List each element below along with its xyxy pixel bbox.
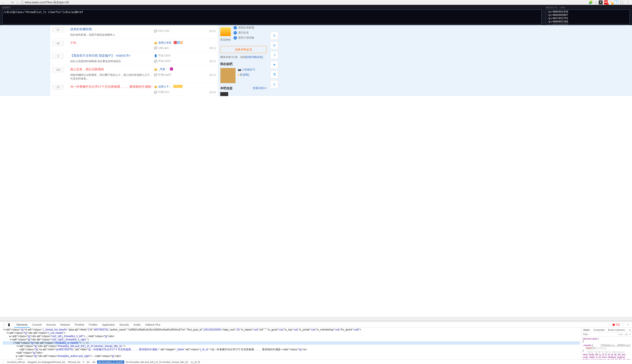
result-item[interactable]: /p/4884069807: [547, 14, 628, 17]
feature-item: 签到六倍经验: [234, 35, 254, 40]
result-item[interactable]: /p/4880802386: [547, 20, 628, 23]
crown-label: 皇冠身份: [220, 38, 231, 42]
thread-author[interactable]: _琴夏丶: [158, 68, 168, 71]
user-name-link[interactable]: 小布很生气: [242, 68, 255, 71]
xpath-query-overlay: QUERY RESULTS (49) /p/4884462436/p/48840…: [0, 5, 632, 25]
reply-count: 146: [53, 68, 64, 72]
last-replier[interactable]: 可爱大白i: [158, 90, 169, 94]
thread-row: 52 进来的有糖吃哦 我有迷药和酒，你跟不跟我走镇楼本人 💬520小武216:1…: [50, 25, 218, 39]
thread-author[interactable]: 芊妹儿924: [158, 54, 171, 58]
result-item[interactable]: /p/4884462436: [547, 10, 628, 14]
user-avatar[interactable]: [220, 68, 236, 83]
thread-row: 46 十年。 👑潇洒少爷星 💬185Liant...16:11: [50, 39, 218, 52]
results-list[interactable]: /p/4884462436/p/4884069807/p/4857855791/…: [546, 10, 630, 24]
thread-row: 25 当一对青梅竹马分开17个月后再相遇。。。看得我内牛满面~ 👑如墨公子...…: [50, 83, 218, 96]
result-item[interactable]: /p/4857855791: [547, 17, 628, 20]
bar-info-section: 本吧信息 查看详情>>: [220, 86, 267, 90]
float-action-button[interactable]: ∧: [270, 80, 278, 88]
thread-title[interactable]: 十年。: [70, 41, 154, 45]
thread-title[interactable]: 真心交友，想认识新朋友: [70, 68, 154, 72]
bar-avatar: [220, 92, 228, 96]
thread-time: 16:11: [209, 46, 216, 50]
right-sidebar: 皇冠身份 发贴红色标题显示红名签到六倍经验 兑换本吧会员 赠送补签卡1张，获得[…: [218, 25, 269, 96]
thread-time: 16:11: [209, 60, 216, 63]
my-tieba-section: 我在贴吧: [220, 62, 267, 66]
last-replier[interactable]: 芊妹儿924: [158, 59, 171, 63]
thread-author[interactable]: 如墨公子...: [158, 85, 171, 88]
address-bar[interactable]: i tieba.baidu.com/f?kw=美女&pn=50: [21, 0, 587, 4]
last-replier[interactable]: 坠落angel7: [158, 73, 171, 77]
reply-count: 0: [53, 54, 64, 58]
coin-icon: ●: [238, 73, 240, 76]
ext-abp-icon[interactable]: ABP1: [604, 0, 608, 4]
feature-item: 发贴红色标题: [234, 25, 254, 30]
result-item[interactable]: /p/4884460057: [547, 23, 628, 24]
bookmark-star-icon[interactable]: ☆: [594, 0, 597, 4]
thread-title[interactable]: 进来的有糖吃哦: [70, 27, 154, 31]
ext-q-icon[interactable]: Q2: [609, 0, 613, 4]
float-action-button[interactable]: ⟳: [270, 42, 278, 49]
reply-count: 52: [53, 27, 64, 32]
thread-time: 16:11: [209, 30, 216, 32]
query-input[interactable]: [2, 10, 542, 24]
browser-menu-icon[interactable]: ⋮: [625, 0, 631, 4]
thread-list: 52 进来的有糖吃哦 我有迷药和酒，你跟不跟我走镇楼本人 💬520小武216:1…: [50, 25, 218, 96]
puzzle-icon[interactable]: 🧩: [588, 0, 593, 4]
thread-row: 0 【我发照片没有ID照 我是骗子】#你的名字# 别在心情差的时候喝酒 别在要走…: [50, 52, 218, 65]
thread-row: 146 真心交友，想认识新朋友 96妹纸懒得认识新朋友，所以圈子就这么小，真心的…: [50, 65, 218, 83]
last-replier[interactable]: 185Liant...: [158, 46, 171, 50]
results-label: RESULTS (49): [546, 6, 630, 9]
float-action-button[interactable]: ✎: [270, 32, 278, 40]
get-link[interactable]: [获取]: [243, 73, 249, 76]
gift-link[interactable]: [经验书购买权]: [246, 56, 263, 58]
back-button[interactable]: ←: [1, 1, 5, 4]
home-button[interactable]: ⌂: [16, 1, 19, 4]
thread-title[interactable]: 当一对青梅竹马分开17个月后再相遇。。。看得我内牛满面~: [70, 85, 154, 89]
thread-time: 16:11: [209, 73, 216, 76]
thread-author[interactable]: 潇洒少爷星: [158, 41, 171, 45]
float-action-button[interactable]: ♥: [270, 61, 278, 69]
view-details-link[interactable]: 查看详情>>: [253, 86, 267, 90]
browser-toolbar: ← → ⟳ ⌂ i tieba.baidu.com/f?kw=美女&pn=50 …: [0, 0, 632, 5]
floating-actions: ✎⟳↗♥⚗∧: [269, 25, 280, 96]
camera-icon: 📷: [238, 68, 241, 71]
feature-item: 显示红名: [234, 30, 254, 35]
thread-title[interactable]: 【我发照片没有ID照 我是骗子】#你的名字#: [70, 54, 154, 58]
crown-icon: [220, 27, 231, 36]
user-points: 0: [240, 73, 242, 76]
reload-button[interactable]: ⟳: [11, 1, 14, 4]
last-replier[interactable]: 520小武2: [158, 29, 169, 33]
ext-circle-icon[interactable]: [620, 1, 623, 4]
extension-icons: 🧩 ☆ X ABP1 Q2 S ⋮: [588, 0, 631, 4]
ext-x-icon[interactable]: X: [599, 0, 603, 4]
gift-text: 赠送补签卡1张，获得[经验书购买权]: [220, 55, 267, 59]
url-text: tieba.baidu.com/f?kw=美女&pn=50: [25, 0, 69, 4]
exchange-member-button[interactable]: 兑换本吧会员: [220, 46, 267, 53]
reply-count: 46: [53, 41, 64, 46]
query-label: QUERY: [2, 6, 542, 9]
info-icon[interactable]: i: [21, 1, 24, 4]
ext-s-icon[interactable]: S: [614, 0, 618, 4]
forward-button[interactable]: →: [6, 1, 10, 4]
reply-count: 25: [53, 85, 64, 90]
thread-time: 16:10: [209, 91, 216, 94]
float-action-button[interactable]: ⚗: [270, 70, 278, 78]
float-action-button[interactable]: ↗: [270, 51, 278, 59]
